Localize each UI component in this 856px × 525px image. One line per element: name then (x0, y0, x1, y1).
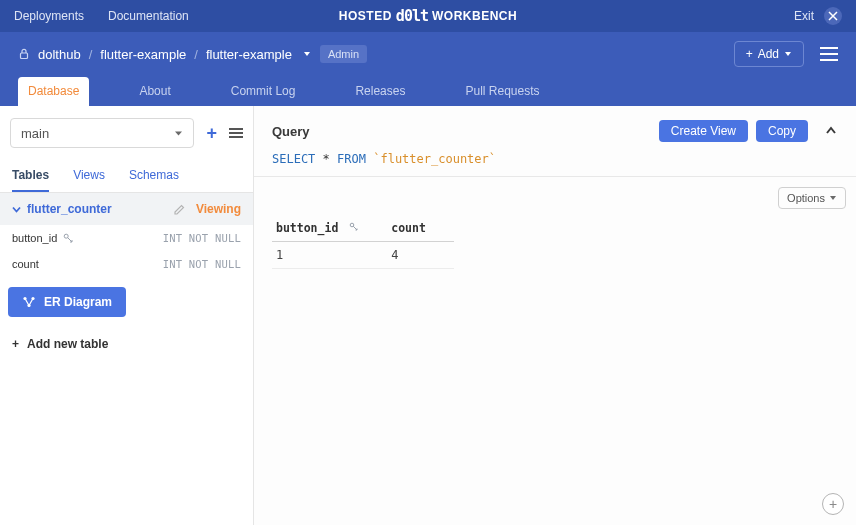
svg-point-1 (64, 234, 68, 238)
breadcrumb-repo[interactable]: flutter-example (100, 47, 186, 62)
table-cell: 1 (272, 242, 387, 269)
brand: HOSTED d0lt WORKBENCH (339, 7, 517, 25)
plus-icon: + (746, 47, 753, 61)
breadcrumb-db[interactable]: flutter-example (206, 47, 292, 62)
column-type: INT NOT NULL (163, 232, 241, 244)
add-label: Add (758, 47, 779, 61)
options-label: Options (787, 192, 825, 204)
header-label: button_id (276, 221, 338, 235)
breadcrumb: dolthub / flutter-example / flutter-exam… (18, 45, 367, 63)
breadcrumb-org[interactable]: dolthub (38, 47, 81, 62)
column-row: count INT NOT NULL (0, 251, 253, 277)
sidebar-tab-tables[interactable]: Tables (12, 160, 49, 192)
column-name: count (12, 258, 39, 270)
table-row[interactable]: 1 4 (272, 242, 454, 269)
admin-badge: Admin (320, 45, 367, 63)
branch-select[interactable]: main (10, 118, 194, 148)
sidebar-tab-views[interactable]: Views (73, 160, 105, 192)
menu-icon[interactable] (820, 47, 838, 61)
breadcrumb-sep: / (194, 47, 198, 62)
table-header[interactable]: button_id (272, 215, 387, 242)
tab-pull-requests[interactable]: Pull Requests (455, 77, 549, 106)
sql-token: * (323, 152, 330, 166)
exit-link[interactable]: Exit (794, 9, 814, 23)
sidebar-tab-schemas[interactable]: Schemas (129, 160, 179, 192)
caret-down-icon (829, 194, 837, 202)
close-icon[interactable] (824, 7, 842, 25)
brand-right: WORKBENCH (432, 9, 517, 23)
create-view-button[interactable]: Create View (659, 120, 748, 142)
caret-down-icon (784, 50, 792, 58)
caret-down-icon[interactable] (302, 49, 312, 59)
er-diagram-button[interactable]: ER Diagram (8, 287, 126, 317)
viewing-label: Viewing (196, 202, 241, 216)
diagram-icon (22, 296, 36, 308)
table-item[interactable]: flutter_counter Viewing (0, 193, 253, 225)
new-branch-button[interactable]: + (206, 123, 217, 144)
table-cell: 4 (387, 242, 454, 269)
table-name: flutter_counter (27, 202, 112, 216)
lock-icon (18, 48, 30, 60)
branch-name: main (21, 126, 49, 141)
documentation-link[interactable]: Documentation (108, 9, 189, 23)
svg-rect-0 (21, 53, 28, 59)
result-table: button_id count 1 4 (254, 215, 856, 269)
add-fab[interactable]: + (822, 493, 844, 515)
header-label: count (391, 221, 426, 235)
brand-left: HOSTED (339, 9, 392, 23)
tab-releases[interactable]: Releases (345, 77, 415, 106)
deployments-link[interactable]: Deployments (14, 9, 84, 23)
add-table-button[interactable]: + Add new table (0, 327, 253, 361)
tab-database[interactable]: Database (18, 77, 89, 106)
breadcrumb-sep: / (89, 47, 93, 62)
key-icon (349, 223, 359, 234)
sql-keyword: SELECT (272, 152, 315, 166)
edit-icon[interactable] (173, 203, 186, 216)
copy-button[interactable]: Copy (756, 120, 808, 142)
brand-logo: d0lt (396, 7, 428, 25)
sql-table: `flutter_counter` (373, 152, 496, 166)
list-icon[interactable] (229, 128, 243, 138)
plus-icon: + (12, 337, 19, 351)
tab-commit-log[interactable]: Commit Log (221, 77, 306, 106)
add-button[interactable]: + Add (734, 41, 804, 67)
sql-keyword: FROM (337, 152, 366, 166)
caret-down-icon (174, 129, 183, 138)
sql-query[interactable]: SELECT * FROM `flutter_counter` (272, 152, 838, 166)
er-diagram-label: ER Diagram (44, 295, 112, 309)
column-name: button_id (12, 232, 57, 244)
tab-about[interactable]: About (129, 77, 180, 106)
column-row: button_id INT NOT NULL (0, 225, 253, 251)
options-button[interactable]: Options (778, 187, 846, 209)
query-title: Query (272, 124, 310, 139)
table-header[interactable]: count (387, 215, 454, 242)
chevron-up-icon[interactable] (824, 124, 838, 138)
add-table-label: Add new table (27, 337, 108, 351)
key-icon (63, 233, 74, 244)
chevron-down-icon (12, 205, 21, 214)
column-type: INT NOT NULL (163, 258, 241, 270)
